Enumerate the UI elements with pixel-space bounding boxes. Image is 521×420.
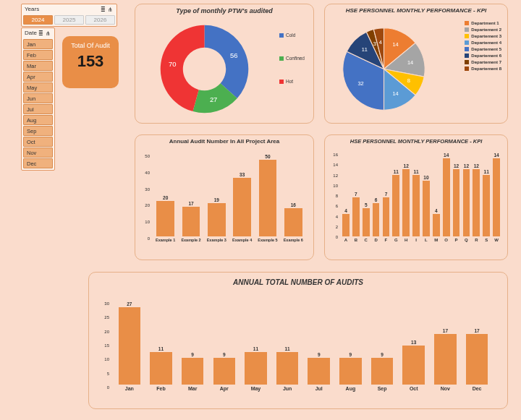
years-slicer[interactable]: Years ≣ ⋔ 2024 2025 2026 — [21, 4, 117, 27]
bar3-panel: ANNUAL TOTAL NUMBER OF AUDITS 3025201510… — [88, 272, 508, 409]
year-btn-2024[interactable]: 2024 — [23, 15, 53, 25]
bar1-yaxis: 50403020100 — [140, 154, 150, 241]
kpi-value: 153 — [65, 52, 116, 71]
svg-text:56: 56 — [230, 51, 238, 59]
bar2-title: HSE PERSONNEL MONTHLY PERFORMANCE - KPI — [325, 135, 507, 146]
donut-legend-confined: Confined — [286, 56, 305, 61]
svg-text:32: 32 — [357, 80, 363, 87]
multiselect-icon[interactable]: ≣ — [101, 7, 106, 12]
clear-filter-icon[interactable]: ⋔ — [46, 30, 51, 36]
kpi-label: Total Of Audit — [65, 42, 116, 49]
month-btn-nov[interactable]: Nov — [23, 147, 53, 158]
svg-text:14: 14 — [392, 41, 398, 48]
donut-title: Type of monthly PTW's audited — [135, 4, 313, 16]
bar3-title: ANNUAL TOTAL NUMBER OF AUDITS — [89, 273, 507, 292]
month-btn-jun[interactable]: Jun — [23, 93, 53, 103]
svg-text:27: 27 — [210, 95, 218, 103]
svg-text:3: 3 — [373, 40, 376, 47]
slicer-header-icons: ≣ ⋔ — [101, 7, 114, 12]
donut-legend-cold: Cold — [286, 33, 295, 38]
bar1-panel: Annual Audit Number In All Project Area … — [135, 134, 314, 260]
svg-text:14: 14 — [392, 90, 398, 97]
donut-panel: Type of monthly PTW's audited 562770 Col… — [135, 4, 314, 124]
bar3-yaxis: 302520151050 — [99, 301, 109, 390]
bar2-yaxis: 1614121086420 — [329, 153, 338, 239]
pie-title: HSE PERSONNEL MONTHLY PERFORMANCE - KPI — [325, 4, 507, 15]
donut-legend-hot: Hot — [286, 79, 293, 84]
month-btn-aug[interactable]: Aug — [23, 115, 53, 125]
bar3-bars: 27Jan11Feb9Mar9Apr11May11Jun9Jul9Aug9Sep… — [114, 301, 493, 391]
slicer-header-icons-2: ≣ ⋔ — [38, 30, 51, 36]
pie-panel: HSE PERSONNEL MONTHLY PERFORMANCE - KPI … — [324, 4, 508, 124]
date-slicer-label: Date — [25, 30, 37, 36]
total-kpi-card: Total Of Audit 153 — [62, 36, 119, 88]
bar2-bars: 4A7B5C6D7F11G12H11I10L4M14O12P12Q12R11S1… — [341, 153, 501, 242]
svg-text:8: 8 — [407, 77, 410, 84]
clear-filter-icon[interactable]: ⋔ — [108, 7, 114, 12]
month-btn-mar[interactable]: Mar — [23, 61, 53, 71]
donut-legend: Cold Confined Hot — [279, 30, 305, 87]
years-slicer-label: Years — [25, 6, 39, 12]
multiselect-icon[interactable]: ≣ — [38, 30, 44, 36]
month-btn-sep[interactable]: Sep — [23, 126, 53, 136]
pie-chart: 1414814321134 — [335, 20, 433, 118]
month-btn-apr[interactable]: Apr — [23, 72, 53, 82]
svg-text:11: 11 — [362, 46, 368, 53]
month-btn-oct[interactable]: Oct — [23, 137, 53, 147]
month-btn-jan[interactable]: Jan — [23, 39, 53, 49]
month-btn-dec[interactable]: Dec — [23, 158, 53, 168]
bar1-bars: 20Example 117Example 219Example 333Examp… — [153, 154, 306, 242]
month-buttons: JanFebMarAprMayJunJulAugSepOctNovDec — [22, 38, 54, 170]
year-buttons: 2024 2025 2026 — [22, 14, 117, 26]
year-btn-2025[interactable]: 2025 — [54, 15, 84, 25]
year-btn-2026[interactable]: 2026 — [85, 15, 115, 25]
month-btn-feb[interactable]: Feb — [23, 50, 53, 60]
date-slicer[interactable]: Date ≣ ⋔ JanFebMarAprMayJunJulAugSepOctN… — [21, 27, 55, 171]
bar1-title: Annual Audit Number In All Project Area — [135, 135, 313, 146]
svg-text:14: 14 — [407, 59, 413, 66]
bar2-panel: HSE PERSONNEL MONTHLY PERFORMANCE - KPI … — [324, 134, 508, 260]
donut-chart: 562770 — [156, 20, 253, 118]
month-btn-may[interactable]: May — [23, 82, 53, 93]
month-btn-jul[interactable]: Jul — [23, 104, 53, 114]
pie-legend: Department 1Departement 2Departement 3De… — [465, 19, 501, 73]
svg-text:4: 4 — [379, 39, 382, 46]
svg-text:70: 70 — [169, 60, 177, 68]
